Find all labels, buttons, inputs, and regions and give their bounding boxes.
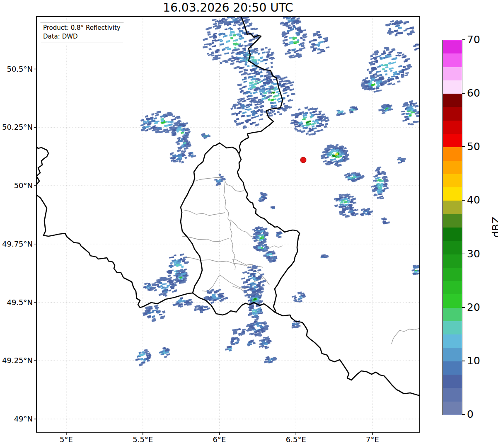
colorbar-band [443,361,462,375]
colorbar-band [443,321,462,334]
colorbar-tick-mark [462,307,465,308]
colorbar-tick-mark [462,39,465,40]
colorbar-band [443,40,462,53]
colorbar-tick-mark [462,93,465,94]
y-tick-label: 50.5°N [0,65,33,74]
colorbar-band [443,134,462,147]
data-source-label: Data: DWD [43,32,121,41]
colorbar-band [443,268,462,281]
y-tick-label: 50.25°N [0,123,33,132]
x-tick-label: 5.5°E [118,435,168,444]
x-tick-label: 5°E [41,435,91,444]
colorbar-band [443,334,462,348]
colorbar-band [443,228,462,241]
colorbar-band [443,107,462,120]
y-tick-label: 49.75°N [0,240,33,249]
colorbar-tick-label: 70 [467,34,480,46]
colorbar-band [443,53,462,67]
y-tick-label: 50°N [0,181,33,190]
radar-site-marker [300,157,306,163]
colorbar-tick-label: 50 [467,140,480,153]
x-tick-label: 7°E [348,435,397,444]
colorbar-tick-mark [462,146,465,147]
colorbar-band [443,201,462,214]
colorbar-band [443,161,462,174]
axes-frame [36,17,420,432]
map-canvas [0,0,498,448]
colorbar-band [443,147,462,160]
colorbar-tick-label: 20 [467,301,480,314]
colorbar-band [443,281,462,294]
x-tick-label: 6°E [195,435,244,444]
regional-borders [182,177,420,344]
colorbar [442,40,462,415]
colorbar-band [443,187,462,201]
colorbar-band [443,241,462,254]
colorbar-tick-mark [462,414,465,415]
colorbar-band [443,388,462,401]
colorbar-band [443,294,462,308]
colorbar-axis-label: dBZ [490,211,498,244]
colorbar-band [443,402,462,415]
radar-echoes [135,13,423,366]
colorbar-tick-label: 30 [467,248,480,260]
product-annotation-box: Product: 0.8° Reflectivity Data: DWD [40,22,124,43]
colorbar-tick-mark [462,254,465,254]
x-tick-label: 6.5°E [271,435,321,444]
colorbar-band [443,214,462,228]
national-borders [35,17,421,396]
colorbar-band [443,308,462,321]
colorbar-band [443,121,462,134]
colorbar-band [443,348,462,361]
colorbar-tick-mark [462,361,465,361]
y-tick-label: 49.5°N [0,298,33,307]
colorbar-band [443,375,462,388]
y-tick-label: 49°N [0,414,33,424]
colorbar-band [443,174,462,187]
colorbar-tick-label: 40 [467,194,480,206]
colorbar-band [443,80,462,94]
graticule-gridlines [36,17,420,432]
product-label: Product: 0.8° Reflectivity [43,24,121,32]
y-tick-label: 49.25°N [0,356,33,365]
colorbar-band [443,94,462,107]
radar-figure: 16.03.2026 20:50 UTC Product: 0.8° Refle… [0,0,498,448]
colorbar-tick-label: 0 [467,408,474,421]
colorbar-band [443,254,462,268]
colorbar-tick-label: 60 [467,87,480,99]
colorbar-tick-mark [462,200,465,201]
colorbar-tick-label: 10 [467,355,480,367]
colorbar-band [443,67,462,80]
